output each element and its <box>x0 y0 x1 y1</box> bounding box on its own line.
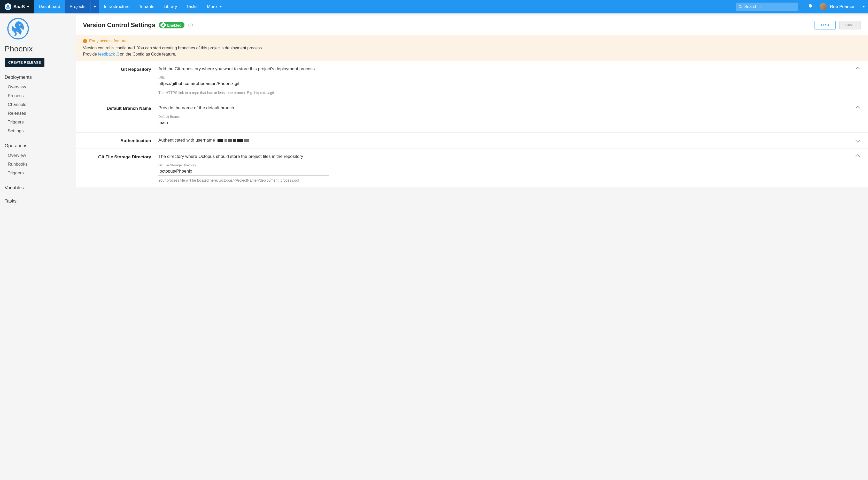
user-name: Rob Pearson <box>830 4 856 9</box>
search-box[interactable] <box>736 3 798 11</box>
info-icon: i <box>83 39 87 43</box>
avatar <box>820 3 827 10</box>
nav-infrastructure[interactable]: Infrastructure <box>99 0 134 13</box>
test-button[interactable]: TEST <box>814 21 836 29</box>
project-logo <box>5 17 71 43</box>
collapse-toggle[interactable] <box>855 154 861 182</box>
default-branch-input[interactable] <box>158 119 329 127</box>
svg-point-0 <box>7 5 9 7</box>
external-link-icon <box>116 53 119 56</box>
sidebar-heading-operations[interactable]: Operations <box>5 143 71 149</box>
feedback-link-label: feedback <box>98 52 115 56</box>
project-name: Phoenix <box>5 44 71 53</box>
chevron-down-icon <box>94 6 96 7</box>
section-default-branch: Default Branch Name Provide the name of … <box>76 100 868 132</box>
chevron-up-icon <box>856 154 860 159</box>
url-label: URL <box>158 76 847 80</box>
sidebar-heading-variables[interactable]: Variables <box>5 185 71 191</box>
chevron-down-icon <box>856 138 860 143</box>
sidebar-item-settings[interactable]: Settings <box>5 127 71 136</box>
enabled-badge: Enabled <box>159 22 184 28</box>
chevron-down-icon <box>219 6 222 7</box>
nav-projects[interactable]: Projects <box>65 0 90 13</box>
nav-tasks[interactable]: Tasks <box>182 0 202 13</box>
sidebar-item-triggers[interactable]: Triggers <box>5 118 71 127</box>
notifications-button[interactable] <box>803 4 817 10</box>
svg-point-4 <box>20 24 21 26</box>
branch-field-label: Default Branch <box>158 115 847 119</box>
user-dropdown[interactable] <box>859 6 868 7</box>
page-title: Version Control Settings <box>83 22 155 29</box>
search-icon <box>739 5 742 9</box>
collapse-toggle[interactable] <box>855 106 861 127</box>
storage-directory-input[interactable] <box>158 167 329 176</box>
svg-point-1 <box>739 5 741 7</box>
nav-more-label: More <box>207 4 217 9</box>
nav-more[interactable]: More <box>202 0 226 13</box>
top-nav: SaaS Dashboard Projects Infrastructure T… <box>0 0 868 13</box>
projects-dropdown[interactable] <box>90 0 99 13</box>
brand[interactable]: SaaS <box>0 0 34 13</box>
url-help: The HTTPS link to a repo that has at lea… <box>158 91 847 95</box>
chevron-down-icon <box>862 6 865 7</box>
sidebar-item-process[interactable]: Process <box>5 91 71 100</box>
sidebar-item-channels[interactable]: Channels <box>5 100 71 109</box>
sidebar-item-op-triggers[interactable]: Triggers <box>5 169 71 178</box>
sidebar: Phoenix CREATE RELEASE Deployments Overv… <box>0 13 76 214</box>
storage-field-label: Git File Storage Directory <box>158 163 847 167</box>
git-repo-label: Git Repository <box>83 66 151 95</box>
octopus-logo-icon <box>5 3 11 10</box>
redacted-username <box>218 139 249 142</box>
section-storage-directory: Git File Storage Directory The directory… <box>76 149 868 188</box>
branch-desc: Provide the name of the default branch <box>158 106 847 111</box>
section-authentication: Authentication Authenticated with userna… <box>76 132 868 149</box>
nav-items: Dashboard Projects Infrastructure Tenant… <box>34 0 226 13</box>
badge-label: Enabled <box>167 23 181 27</box>
save-button: SAVE <box>839 21 861 29</box>
alert-line1: Version control is configured. You can s… <box>83 46 263 50</box>
storage-help: Your process file will be located here: … <box>158 178 847 182</box>
auth-desc: Authenticated with username <box>158 138 215 143</box>
git-icon <box>160 22 166 28</box>
bell-icon <box>808 4 813 9</box>
alert-title: Early access feature <box>89 39 127 43</box>
nav-library[interactable]: Library <box>159 0 182 13</box>
sidebar-item-overview[interactable]: Overview <box>5 83 71 91</box>
search-input[interactable] <box>744 4 796 9</box>
nav-tenants[interactable]: Tenants <box>134 0 159 13</box>
chevron-up-icon <box>856 106 860 110</box>
feedback-link[interactable]: feedback <box>98 52 119 56</box>
branch-label: Default Branch Name <box>83 106 151 127</box>
help-icon[interactable]: ? <box>188 23 193 27</box>
user-menu[interactable]: Rob Pearson <box>817 3 859 10</box>
sidebar-item-releases[interactable]: Releases <box>5 109 71 118</box>
sidebar-item-op-overview[interactable]: Overview <box>5 151 71 160</box>
sidebar-item-runbooks[interactable]: Runbooks <box>5 160 71 169</box>
svg-line-2 <box>741 7 742 8</box>
phoenix-icon <box>5 17 31 40</box>
chevron-down-icon <box>27 6 29 7</box>
section-git-repository: Git Repository Add the Git repository wh… <box>76 61 868 100</box>
expand-toggle[interactable] <box>855 138 861 143</box>
sidebar-heading-deployments[interactable]: Deployments <box>5 74 71 80</box>
git-repo-desc: Add the Git repository where you want to… <box>158 66 847 71</box>
collapse-toggle[interactable] <box>855 66 861 95</box>
create-release-button[interactable]: CREATE RELEASE <box>5 58 44 67</box>
page-header: Version Control Settings Enabled ? TEST … <box>76 16 868 35</box>
alert-line2a: Provide <box>83 52 98 56</box>
nav-dashboard[interactable]: Dashboard <box>34 0 65 13</box>
main-content: Version Control Settings Enabled ? TEST … <box>76 13 868 214</box>
storage-desc: The directory where Octopus should store… <box>158 154 847 159</box>
alert-line2b: on the Config as Code feature. <box>119 52 176 56</box>
git-url-input[interactable] <box>158 80 329 88</box>
brand-label: SaaS <box>13 4 25 9</box>
storage-label: Git File Storage Directory <box>83 154 151 182</box>
chevron-up-icon <box>856 67 860 71</box>
early-access-alert: i Early access feature Version control i… <box>76 35 868 61</box>
sidebar-heading-tasks[interactable]: Tasks <box>5 199 71 204</box>
auth-label: Authentication <box>83 138 151 143</box>
